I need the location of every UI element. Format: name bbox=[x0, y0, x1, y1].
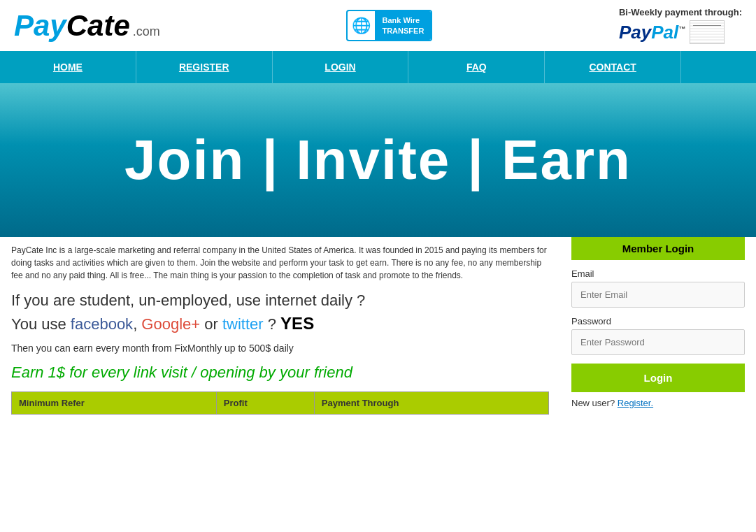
member-login-header: Member Login bbox=[571, 237, 745, 260]
paypal-pay-text: Pay bbox=[619, 22, 651, 43]
paypal-logo: PayPal™ bbox=[619, 20, 742, 44]
globe-icon: 🌐 bbox=[348, 13, 375, 39]
login-button[interactable]: Login bbox=[571, 364, 745, 392]
logo: Pay Cate .com bbox=[14, 9, 160, 43]
paypal-pal-text: Pal bbox=[651, 22, 678, 43]
page-header: Pay Cate .com 🌐 Bank Wire TRANSFER Bi-We… bbox=[0, 0, 756, 51]
earn-text: Then you can earn every month from FixMo… bbox=[11, 343, 549, 354]
check-image bbox=[690, 20, 725, 44]
register-link[interactable]: Register. bbox=[618, 398, 653, 408]
email-label: Email bbox=[571, 268, 745, 279]
new-user-text: New user? Register. bbox=[571, 398, 745, 408]
new-user-label: New user? bbox=[571, 398, 615, 408]
hero-banner: Join | Invite | Earn bbox=[0, 83, 756, 237]
tagline-twitter: twitter bbox=[222, 315, 264, 333]
password-group: Password bbox=[571, 316, 745, 355]
table-header-payment: Payment Through bbox=[314, 391, 548, 414]
email-input[interactable] bbox=[571, 282, 745, 308]
nav-login[interactable]: LOGIN bbox=[273, 51, 409, 83]
payment-info: Bi-Weekly payment through: PayPal™ bbox=[619, 7, 742, 44]
left-content: PayCate Inc is a large-scale marketing a… bbox=[0, 237, 560, 422]
logo-com: .com bbox=[133, 24, 160, 39]
refer-table: Minimum Refer Profit Payment Through bbox=[11, 391, 549, 415]
logo-pay: Pay bbox=[14, 9, 66, 43]
logo-cate: Cate bbox=[66, 9, 130, 43]
swift-badge: 🌐 Bank Wire TRANSFER bbox=[346, 10, 432, 41]
tagline-comma: , bbox=[133, 315, 141, 333]
nav-contact[interactable]: CONTACT bbox=[545, 51, 681, 83]
hero-text: Join | Invite | Earn bbox=[124, 128, 632, 192]
main-nav: HOME REGISTER LOGIN FAQ CONTACT bbox=[0, 51, 756, 83]
nav-empty bbox=[681, 51, 756, 83]
email-group: Email bbox=[571, 268, 745, 308]
table-header-refer: Minimum Refer bbox=[12, 391, 217, 414]
table-header-profit: Profit bbox=[216, 391, 314, 414]
password-input[interactable] bbox=[571, 329, 745, 355]
tagline-prefix: You use bbox=[11, 315, 71, 333]
tagline-question: ? bbox=[264, 315, 280, 333]
right-sidebar: Member Login Email Password Login New us… bbox=[560, 237, 756, 422]
earn-promo: Earn 1$ for every link visit / opening b… bbox=[11, 364, 549, 382]
nav-home[interactable]: HOME bbox=[0, 51, 136, 83]
tagline-line1: If you are student, un-employed, use int… bbox=[11, 292, 365, 309]
tagline-yes: YES bbox=[280, 314, 314, 333]
payment-label: Bi-Weekly payment through: bbox=[619, 7, 742, 17]
tagline: If you are student, un-employed, use int… bbox=[11, 290, 549, 336]
password-label: Password bbox=[571, 316, 745, 326]
tagline-googleplus: Google+ bbox=[141, 315, 200, 333]
paypal-tm: ™ bbox=[678, 25, 685, 33]
nav-register[interactable]: REGISTER bbox=[136, 51, 273, 83]
nav-faq[interactable]: FAQ bbox=[408, 51, 545, 83]
main-content: PayCate Inc is a large-scale marketing a… bbox=[0, 237, 756, 422]
tagline-facebook: facebook bbox=[71, 315, 133, 333]
tagline-or: or bbox=[200, 315, 222, 333]
description-text: PayCate Inc is a large-scale marketing a… bbox=[11, 244, 549, 282]
swift-text: Bank Wire TRANSFER bbox=[375, 11, 431, 40]
